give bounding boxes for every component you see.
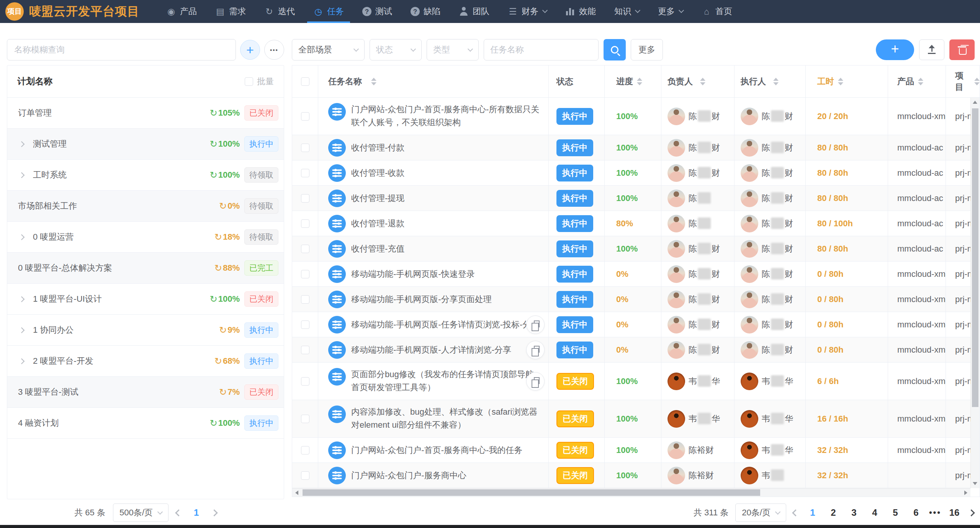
nav-item-test[interactable]: ?测试: [353, 0, 401, 23]
nav-item-team[interactable]: 团队: [450, 0, 499, 23]
plan-row[interactable]: 1 协同办公↻9%执行中: [7, 315, 284, 346]
task-row[interactable]: 门户网站-众包门户-服务商中心已关闭100%陈裕财韦32 / 32hprj-m: [292, 463, 980, 488]
plan-row[interactable]: 测试管理↻100%执行中: [7, 129, 284, 160]
expand-icon[interactable]: [19, 141, 25, 147]
plan-row[interactable]: 2 唛盟平台-开发↻68%执行中: [7, 346, 284, 377]
task-name-input[interactable]: [490, 45, 592, 55]
sort-asc-icon[interactable]: [918, 78, 923, 81]
task-row[interactable]: 门户网站-众包门户-首页-服务商中心-我的任务已关闭100%陈裕财韦华32 / …: [292, 438, 980, 463]
add-plan-button[interactable]: +: [240, 40, 260, 60]
sort-asc-icon[interactable]: [773, 78, 779, 81]
page-number-3[interactable]: 3: [846, 507, 862, 518]
sort-icon[interactable]: [773, 78, 779, 85]
column-header-hours[interactable]: 工时: [806, 65, 888, 97]
row-checkbox[interactable]: [301, 446, 309, 454]
horizontal-scrollbar[interactable]: [292, 488, 970, 497]
plan-page-size-select[interactable]: 500条/页: [113, 503, 169, 522]
sort-desc-icon[interactable]: [974, 82, 980, 85]
select-all-checkbox[interactable]: [301, 77, 309, 86]
row-checkbox[interactable]: [301, 112, 309, 121]
sort-desc-icon[interactable]: [371, 82, 376, 85]
plan-page-number[interactable]: 1: [189, 507, 204, 518]
sort-asc-icon[interactable]: [637, 78, 642, 81]
column-header-proj[interactable]: 项目: [946, 65, 980, 97]
page-number-2[interactable]: 2: [826, 507, 841, 518]
sort-asc-icon[interactable]: [974, 78, 980, 81]
task-row[interactable]: 页面部分bug修改（我发布的任务详情页顶部导航、首页研发管理工具等）已关闭100…: [292, 363, 980, 400]
row-checkbox[interactable]: [301, 320, 309, 329]
page-number-5[interactable]: 5: [888, 507, 903, 518]
task-row[interactable]: 收付管理-提现执行中100%陈陈财80 / 80hmmcloud-acprj-m: [292, 186, 980, 211]
row-checkbox[interactable]: [301, 471, 309, 480]
copy-task-button[interactable]: [526, 341, 545, 359]
task-page-size-select[interactable]: 20条/页: [735, 503, 786, 522]
copy-task-button[interactable]: [526, 372, 545, 391]
sort-icon[interactable]: [371, 78, 376, 85]
plan-search-input[interactable]: [14, 45, 229, 55]
column-header-exec[interactable]: 执行人: [735, 65, 806, 97]
row-checkbox[interactable]: [301, 270, 309, 278]
column-header-name[interactable]: 任务名称: [318, 65, 549, 97]
page-number-6[interactable]: 6: [908, 507, 924, 518]
type-select[interactable]: 类型: [427, 39, 479, 60]
task-row[interactable]: 移动端功能-手机网页版-分享页面处理执行中0%陈财陈财0 / 80hmmclou…: [292, 287, 980, 312]
plan-row[interactable]: 3 唛盟平台-测试↻7%已关闭: [7, 377, 284, 408]
batch-toggle[interactable]: 批量: [245, 76, 274, 87]
expand-icon[interactable]: [19, 327, 25, 333]
nav-item-product[interactable]: ◉产品: [157, 0, 206, 23]
nav-item-task[interactable]: ◷任务: [304, 0, 353, 23]
scene-select[interactable]: 全部场景: [292, 39, 365, 60]
sort-icon[interactable]: [838, 78, 843, 85]
nav-item-require[interactable]: ▤需求: [206, 0, 255, 23]
plan-row[interactable]: 订单管理↻105%已关闭: [7, 98, 284, 129]
row-checkbox[interactable]: [301, 415, 309, 423]
task-row[interactable]: 收付管理-充值执行中100%陈财陈财80 / 80hmmcloud-acprj-…: [292, 236, 980, 262]
row-checkbox[interactable]: [301, 194, 309, 203]
plan-row[interactable]: 1 唛盟平台-UI设计↻100%已关闭: [7, 284, 284, 315]
task-row[interactable]: 收付管理-退款执行中80%陈陈财80 / 100hmmcloud-acprj-m: [292, 211, 980, 236]
page-number-16[interactable]: 16: [947, 507, 962, 518]
sort-icon[interactable]: [918, 78, 923, 85]
plan-row[interactable]: 4 融资计划↻100%执行中: [7, 408, 284, 439]
plan-row[interactable]: 0 唛盟平台-总体解决方案↻88%已完工: [7, 253, 284, 284]
page-number-1[interactable]: 1: [805, 507, 820, 518]
sort-desc-icon[interactable]: [918, 82, 923, 85]
column-header-prog[interactable]: 进度: [605, 65, 661, 97]
add-task-button[interactable]: +: [876, 39, 914, 60]
nav-item-defect[interactable]: ?缺陷: [401, 0, 450, 23]
filter-more-button[interactable]: 更多: [631, 39, 663, 60]
row-checkbox[interactable]: [301, 169, 309, 177]
plan-row[interactable]: 市场部相关工作↻0%待领取: [7, 191, 284, 222]
batch-checkbox[interactable]: [245, 77, 253, 86]
plan-row[interactable]: 工时系统↻100%待领取: [7, 160, 284, 191]
expand-icon[interactable]: [19, 172, 25, 178]
plan-next-page-button[interactable]: [211, 509, 218, 516]
sort-asc-icon[interactable]: [700, 78, 705, 81]
row-checkbox[interactable]: [301, 377, 309, 386]
sort-desc-icon[interactable]: [700, 82, 705, 85]
nav-item-perf[interactable]: 效能: [556, 0, 605, 23]
vertical-scrollbar-thumb[interactable]: [972, 108, 978, 407]
scroll-right-icon[interactable]: [964, 490, 967, 495]
expand-icon[interactable]: [19, 358, 25, 364]
app-logo[interactable]: 项目: [5, 2, 24, 21]
row-checkbox[interactable]: [301, 144, 309, 152]
sort-asc-icon[interactable]: [838, 78, 843, 81]
sort-asc-icon[interactable]: [371, 78, 376, 81]
task-row[interactable]: 移动端功能-手机网页版-人才详情浏览-分享执行中0%陈财陈财0 / 80hmmc…: [292, 337, 980, 363]
nav-item-finance[interactable]: ☰财务: [499, 0, 556, 23]
sort-icon[interactable]: [974, 78, 980, 85]
sort-icon[interactable]: [700, 78, 705, 85]
column-header-owner[interactable]: 负责人: [661, 65, 735, 97]
nav-item-iterate[interactable]: ↻迭代: [255, 0, 304, 23]
task-row[interactable]: 门户网站-众包门户-首页-服务商中心-所有数据只关联个人账号，不关联组织架构执行…: [292, 98, 980, 135]
task-row[interactable]: 内容添加修改、bug处理、样式修改（safari浏览器对element ui部分…: [292, 400, 980, 438]
search-button[interactable]: [604, 39, 626, 60]
sort-desc-icon[interactable]: [838, 82, 843, 85]
sort-desc-icon[interactable]: [773, 82, 779, 85]
nav-item-home[interactable]: ⌂首页: [692, 0, 741, 23]
task-row[interactable]: 收付管理-付款执行中100%陈财陈财80 / 80hmmcloud-acprj-…: [292, 135, 980, 160]
row-checkbox[interactable]: [301, 295, 309, 304]
page-ellipsis[interactable]: •••: [929, 508, 941, 518]
expand-icon[interactable]: [19, 296, 25, 302]
